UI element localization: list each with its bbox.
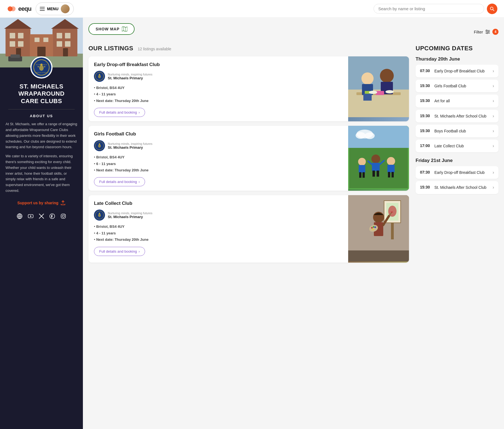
provider-name: St. Michaels Primary [108, 76, 152, 80]
date-group-friday: Friday 21st June 07:30 Early Drop-off Br… [416, 158, 498, 194]
date-item[interactable]: 17:00 Late Collect Club › [416, 140, 498, 152]
chevron-right-icon: › [493, 170, 494, 175]
date-item-left: 07:30 Early Drop-off Breakfast Club [420, 170, 485, 175]
booking-button[interactable]: Full details and booking › [94, 247, 145, 256]
svg-point-71 [98, 144, 101, 148]
svg-rect-19 [65, 33, 70, 38]
main-layout: ST. MICHAEL'S PRIMARY SCHOOL ST. MICHAEL… [0, 18, 504, 429]
svg-point-44 [65, 214, 65, 215]
hamburger-icon [40, 7, 45, 11]
svg-point-94 [98, 214, 101, 217]
svg-rect-2 [40, 7, 45, 7]
next-date: Thursday 20th June [115, 99, 149, 103]
next-date: Thursday 20th June [115, 168, 149, 172]
provider-crest-icon [95, 211, 104, 219]
listing-details: • Bristol, BS4 4UY • 6 - 11 years • Next… [94, 154, 343, 173]
svg-rect-81 [359, 172, 361, 178]
svg-point-43 [62, 215, 64, 217]
instagram-icon[interactable] [60, 213, 66, 221]
svg-text:PRIMARY SCHOOL: PRIMARY SCHOOL [35, 72, 48, 73]
listings-count: 12 listings available [138, 47, 171, 51]
date-item-left: 15:30 Art for all [420, 98, 450, 103]
date-item-left: 07:30 Early Drop-off Breakfast Club [420, 69, 485, 74]
provider-row: Nurturing minds, inspiring futures St. M… [94, 210, 343, 221]
date-item-left: 15:30 St. Michaels After School Club [420, 185, 486, 190]
svg-point-61 [361, 72, 374, 85]
share-link[interactable]: Support us by sharing [17, 200, 66, 205]
upcoming-dates-column: UPCOMING DATES Thursday 20th June 07:30 … [416, 45, 498, 267]
svg-rect-25 [43, 38, 48, 42]
listing-card-left: Early Drop-off Breakfast Club [88, 56, 348, 121]
svg-rect-82 [363, 172, 365, 178]
listing-location: Bristol, BS4 4UY [96, 86, 125, 90]
date-item-left: 15:30 Girls Football Club [420, 83, 466, 88]
date-item[interactable]: 15:30 St. Michaels After School Club › [416, 181, 498, 194]
logo-text: eequ [18, 5, 31, 12]
svg-point-110 [374, 226, 376, 228]
about-para-2: We cater to a variety of interests, ensu… [0, 153, 83, 194]
svg-marker-45 [122, 27, 127, 32]
sidebar-divider [8, 109, 75, 109]
svg-point-56 [98, 75, 101, 78]
youtube-icon[interactable] [28, 213, 34, 221]
svg-rect-89 [388, 172, 390, 177]
show-map-label: SHOW MAP [96, 27, 120, 31]
svg-rect-24 [35, 38, 40, 42]
listing-image [348, 56, 409, 121]
provider-tagline: Nurturing minds, inspiring futures [108, 73, 152, 76]
social-icons [17, 213, 66, 221]
listing-location: Bristol, BS4 4UY [96, 155, 125, 159]
share-icon [61, 200, 65, 205]
svg-point-68 [369, 91, 377, 94]
svg-point-106 [391, 211, 393, 213]
svg-point-78 [365, 132, 375, 139]
event-name: Early Drop-off Breakfast Club [434, 170, 485, 175]
about-title: ABOUT US [30, 114, 53, 118]
svg-point-53 [487, 33, 488, 34]
provider-name: St. Michaels Primary [108, 145, 152, 150]
provider-badge [94, 71, 105, 82]
filter-button[interactable]: Filter 4 [474, 29, 498, 35]
facebook-icon[interactable] [49, 213, 55, 221]
school-crest-svg: ST. MICHAEL'S PRIMARY SCHOOL [33, 59, 50, 76]
listing-card-left: Late Collect Club Nurturing minds, [88, 195, 348, 263]
logo[interactable]: eequ [7, 4, 31, 14]
date-item[interactable]: 07:30 Early Drop-off Breakfast Club › [416, 166, 498, 179]
date-item[interactable]: 07:30 Early Drop-off Breakfast Club › [416, 65, 498, 77]
listing-card: Girls Football Club Nurturing minds [88, 126, 409, 191]
listings-title: OUR LISTINGS [88, 45, 133, 52]
booking-label: Full details and booking [99, 180, 137, 184]
listing-card-left: Girls Football Club Nurturing minds [88, 126, 348, 191]
show-map-button[interactable]: SHOW MAP [88, 23, 135, 35]
chevron-right-icon: › [493, 129, 494, 134]
menu-button[interactable]: MENU [36, 2, 74, 15]
date-item[interactable]: 15:30 Art for all › [416, 95, 498, 107]
listing-details: • Bristol, BS4 4UY • 4 - 11 years • Next… [94, 85, 343, 104]
svg-rect-20 [57, 41, 62, 47]
school-badge: ST. MICHAEL'S PRIMARY SCHOOL [32, 57, 51, 77]
event-time: 15:30 [420, 83, 431, 88]
top-bar: SHOW MAP Filter 4 [88, 23, 498, 40]
svg-point-111 [372, 229, 374, 230]
search-icon [490, 7, 494, 11]
booking-button[interactable]: Full details and booking › [94, 177, 145, 186]
date-item[interactable]: 15:30 Boys Football club › [416, 125, 498, 137]
x-icon[interactable] [39, 213, 44, 220]
event-name: Late Collect Club [434, 143, 464, 148]
chevron-right-icon: › [493, 114, 494, 119]
date-item[interactable]: 15:30 St. Michaels After School Club › [416, 110, 498, 122]
date-item[interactable]: 15:30 Girls Football Club › [416, 80, 498, 92]
globe-icon[interactable] [17, 213, 23, 221]
booking-label: Full details and booking [99, 249, 137, 253]
booking-button[interactable]: Full details and booking › [94, 108, 145, 117]
svg-rect-13 [10, 41, 15, 47]
chevron-right-icon: › [493, 143, 494, 148]
svg-rect-18 [57, 33, 62, 38]
school-title: ST. MICHAELSWRAPAROUNDCARE CLUBS [13, 83, 70, 105]
football-club-image-svg [348, 126, 409, 189]
svg-point-31 [39, 65, 44, 71]
event-time: 15:30 [420, 98, 431, 103]
event-time: 17:00 [420, 143, 431, 148]
search-button[interactable] [487, 4, 497, 14]
search-input[interactable] [378, 6, 479, 11]
